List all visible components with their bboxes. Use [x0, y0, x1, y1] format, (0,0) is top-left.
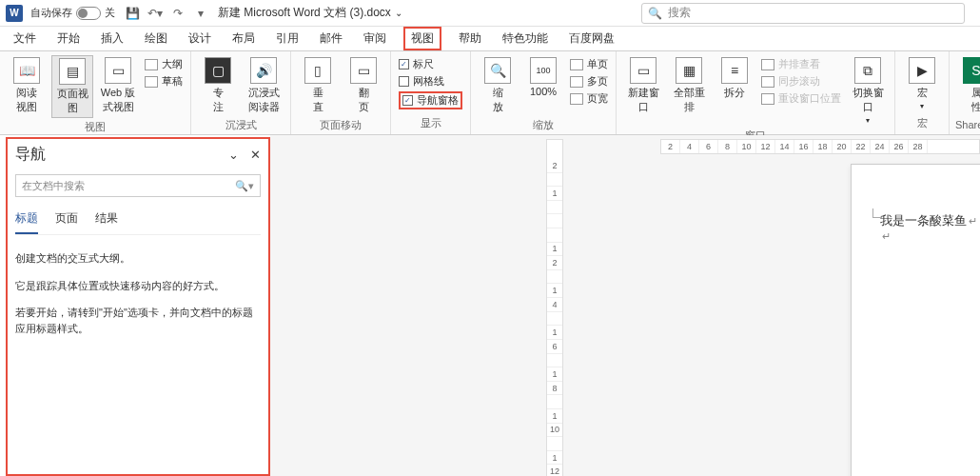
- ruler-tick: 12: [756, 140, 775, 153]
- ruler-tick: 8: [547, 382, 562, 396]
- nav-tab-headings[interactable]: 标题: [15, 210, 38, 234]
- nav-search-input[interactable]: 在文档中搜索 🔍▾: [15, 174, 261, 197]
- navigation-pane-checkbox[interactable]: 导航窗格: [399, 91, 462, 109]
- gridlines-checkbox[interactable]: 网格线: [399, 74, 462, 89]
- group-label-zoom: 缩放: [477, 118, 610, 132]
- document-title[interactable]: 新建 Microsoft Word 文档 (3).docx ⌄: [218, 5, 402, 21]
- ruler-tick: [547, 173, 562, 188]
- tab-design[interactable]: 设计: [185, 27, 215, 50]
- draft-icon: [145, 76, 158, 88]
- ruler-tick: [547, 437, 562, 451]
- zoom-button[interactable]: 🔍缩 放: [477, 55, 519, 116]
- document-page[interactable]: 我是一条酸菜鱼↵ ↵: [851, 164, 980, 476]
- side-to-side-icon: ▭: [350, 57, 377, 84]
- chevron-down-icon: ▾: [866, 116, 870, 125]
- ruler-tick: 2: [547, 159, 562, 173]
- checkbox-empty-icon: [399, 76, 409, 87]
- new-window-button[interactable]: ▭新建窗口: [622, 55, 664, 116]
- ruler-tick: 18: [813, 140, 833, 153]
- tab-layout[interactable]: 布局: [228, 27, 259, 50]
- properties-button[interactable]: S属 性: [955, 55, 980, 116]
- tab-help[interactable]: 帮助: [455, 27, 485, 50]
- group-label-sharepoint: SharePoint: [955, 119, 980, 130]
- zoom-icon: 🔍: [484, 57, 511, 84]
- ruler-tick: 16: [794, 140, 813, 153]
- tab-view[interactable]: 视图: [403, 27, 441, 50]
- focus-button[interactable]: ▢专 注: [197, 55, 239, 116]
- nav-panel-close-icon[interactable]: ✕: [250, 148, 261, 162]
- group-label-show: 显示: [397, 116, 464, 130]
- page-width-button[interactable]: 页宽: [570, 91, 608, 106]
- document-area: 2112141618110112 24681012141618202224262…: [270, 135, 980, 476]
- arrange-all-button[interactable]: ▦全部重排: [668, 55, 710, 116]
- ruler-checkbox[interactable]: 标尺: [399, 57, 462, 71]
- draft-button[interactable]: 草稿: [145, 74, 183, 89]
- reset-window-pos-icon: [761, 93, 774, 105]
- side-by-side-button: 并排查看: [761, 57, 841, 71]
- group-zoom: 🔍缩 放 100100% 单页 多页 页宽 缩放: [471, 51, 617, 134]
- autosave-state: 关: [105, 6, 115, 20]
- nav-tab-results[interactable]: 结果: [95, 210, 118, 234]
- immersive-reader-button[interactable]: 🔊沉浸式 阅读器: [243, 55, 284, 116]
- tab-draw[interactable]: 绘图: [141, 27, 171, 50]
- chevron-down-icon[interactable]: ⌄: [395, 8, 402, 18]
- reading-view-button[interactable]: 📖 阅读 视图: [6, 55, 48, 116]
- chevron-down-icon: ▾: [920, 102, 924, 110]
- redo-icon[interactable]: ↷: [170, 6, 186, 21]
- side-by-side-icon: [761, 59, 774, 70]
- search-placeholder: 搜索: [668, 5, 691, 21]
- ruler-tick: 1: [547, 451, 562, 466]
- nav-tab-pages[interactable]: 页面: [55, 210, 78, 234]
- nav-help-3: 若要开始，请转到"开始"选项卡，并向文档中的标题应用标题样式。: [15, 305, 261, 336]
- tab-review[interactable]: 审阅: [360, 27, 390, 50]
- ruler-tick: 1: [547, 409, 562, 424]
- autosave-toggle[interactable]: 自动保存 关: [30, 6, 115, 20]
- one-page-button[interactable]: 单页: [570, 57, 608, 71]
- ruler-tick: 4: [547, 298, 562, 312]
- nav-tabs: 标题 页面 结果: [15, 210, 261, 235]
- tab-baidu[interactable]: 百度网盘: [565, 27, 618, 50]
- tab-home[interactable]: 开始: [53, 27, 84, 50]
- checkbox-checked-icon: [402, 95, 413, 106]
- search-dropdown-icon[interactable]: 🔍▾: [235, 180, 254, 192]
- switch-windows-button[interactable]: ⧉切换窗口▾: [847, 55, 889, 127]
- ruler-tick: 8: [718, 140, 737, 153]
- save-icon[interactable]: 💾: [125, 6, 140, 21]
- group-views: 📖 阅读 视图 ▤ 页面视图 ▭ Web 版式视图 大纲 草稿 视图: [0, 51, 191, 134]
- tab-featured[interactable]: 特色功能: [499, 27, 552, 50]
- horizontal-ruler[interactable]: 246810121416182022242628: [660, 139, 980, 154]
- split-button[interactable]: ≡拆分: [714, 55, 755, 102]
- macros-button[interactable]: ▶宏▾: [901, 55, 943, 112]
- vertical-ruler[interactable]: 2112141618110112: [546, 139, 563, 476]
- nav-panel-dropdown-icon[interactable]: ⌄: [228, 148, 239, 162]
- workspace: 导航 ⌄ ✕ 在文档中搜索 🔍▾ 标题 页面 结果 创建文档的交互式大纲。 它是…: [0, 135, 980, 476]
- print-layout-button[interactable]: ▤ 页面视图: [51, 55, 93, 118]
- tab-insert[interactable]: 插入: [97, 27, 127, 50]
- multi-page-button[interactable]: 多页: [570, 74, 608, 89]
- ruler-tick: 14: [775, 140, 794, 153]
- undo-icon[interactable]: ↶▾: [147, 6, 163, 21]
- navigation-panel: 导航 ⌄ ✕ 在文档中搜索 🔍▾ 标题 页面 结果 创建文档的交互式大纲。 它是…: [6, 137, 270, 476]
- ruler-tick: 1: [547, 326, 562, 340]
- ruler-tick: [547, 214, 562, 228]
- hundred-percent-button[interactable]: 100100%: [522, 55, 564, 99]
- title-bar: W 自动保存 关 💾 ↶▾ ↷ ▾ 新建 Microsoft Word 文档 (…: [0, 0, 980, 27]
- toggle-switch-icon[interactable]: [76, 7, 101, 20]
- qat-more-icon[interactable]: ▾: [193, 6, 208, 21]
- search-box[interactable]: 🔍 搜索: [641, 3, 965, 24]
- document-text-line[interactable]: 我是一条酸菜鱼: [880, 213, 967, 228]
- tab-references[interactable]: 引用: [272, 27, 303, 50]
- sharepoint-icon: S: [963, 57, 980, 84]
- side-to-side-button[interactable]: ▭翻 页: [343, 55, 384, 116]
- outline-button[interactable]: 大纲: [145, 57, 183, 71]
- ruler-tick: 10: [737, 140, 756, 153]
- group-sharepoint: S属 性 SharePoint: [950, 51, 980, 134]
- page-width-icon: [570, 93, 583, 105]
- web-layout-button[interactable]: ▭ Web 版式视图: [97, 55, 139, 116]
- vertical-button[interactable]: ▯垂 直: [297, 55, 339, 116]
- paragraph-mark-icon: ↵: [969, 215, 977, 227]
- ribbon: 📖 阅读 视图 ▤ 页面视图 ▭ Web 版式视图 大纲 草稿 视图 ▢专 注 …: [0, 51, 980, 135]
- tab-mailings[interactable]: 邮件: [316, 27, 346, 50]
- ruler-tick: 4: [680, 140, 699, 153]
- tab-file[interactable]: 文件: [10, 27, 40, 50]
